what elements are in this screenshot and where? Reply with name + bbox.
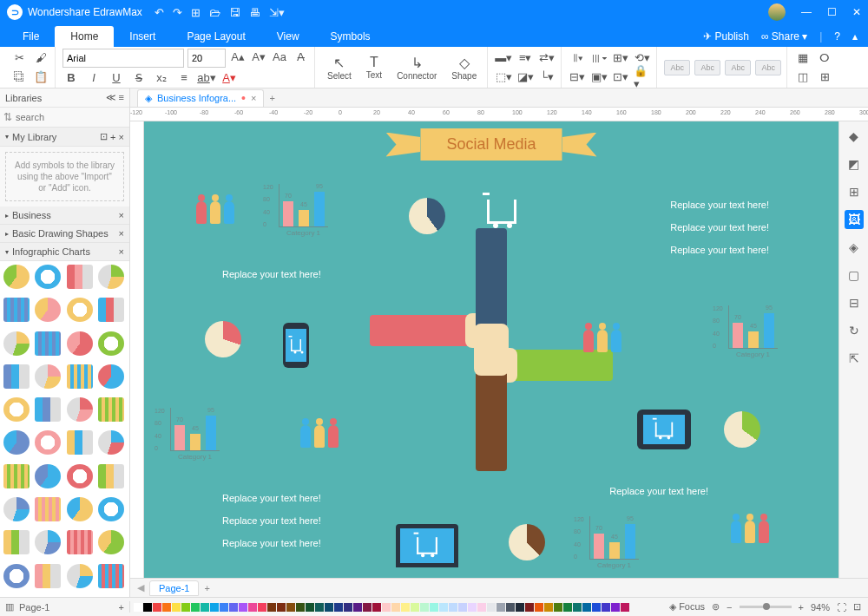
page-selector[interactable]: Page-1 (19, 602, 49, 613)
color-swatch[interactable] (621, 603, 629, 612)
symbol-thumbnail[interactable] (98, 265, 124, 289)
color-swatch[interactable] (468, 603, 477, 612)
color-swatch[interactable] (334, 603, 343, 612)
fill-icon[interactable]: ▬▾ (495, 49, 512, 67)
color-swatch[interactable] (306, 603, 314, 612)
find-icon[interactable]: ⵔ (816, 49, 833, 67)
user-avatar[interactable] (768, 3, 786, 21)
import-icon[interactable]: ⊡ (100, 131, 108, 142)
symbol-thumbnail[interactable] (98, 497, 124, 521)
increase-font-icon[interactable]: A▴ (229, 49, 247, 66)
bullets-icon[interactable]: ≡ (175, 69, 193, 87)
bar-chart[interactable]: 12080400704595Category 1 (728, 305, 778, 358)
fullscreen-icon[interactable]: ⊡ (853, 601, 861, 613)
color-swatch[interactable] (267, 603, 276, 612)
color-swatch[interactable] (325, 603, 333, 612)
symbol-thumbnail[interactable] (98, 564, 124, 588)
symbol-thumbnail[interactable] (3, 331, 30, 356)
layers-icon[interactable]: ◈ (845, 238, 864, 257)
placeholder-text[interactable]: Replace your text here! (670, 200, 769, 210)
color-swatch[interactable] (602, 603, 610, 612)
symbol-thumbnail[interactable] (67, 464, 93, 488)
highlight-icon[interactable]: ab▾ (198, 69, 215, 87)
add-icon[interactable]: + (110, 132, 115, 142)
symbol-thumbnail[interactable] (98, 397, 124, 422)
subscript-icon[interactable]: x₂ (153, 69, 170, 87)
copy-icon[interactable]: ⿻ (10, 69, 28, 86)
placeholder-text[interactable]: Replace your text here! (670, 222, 769, 233)
symbol-thumbnail[interactable] (35, 530, 61, 554)
menu-insert[interactable]: Insert (114, 26, 171, 47)
color-swatch[interactable] (391, 603, 400, 612)
symbol-thumbnail[interactable] (98, 464, 124, 488)
strikethrough-icon[interactable]: S̶ (130, 69, 148, 87)
color-swatch[interactable] (296, 603, 305, 612)
pie-chart[interactable] (724, 411, 760, 448)
section-business[interactable]: ▸Business× (0, 206, 129, 225)
collapse-ribbon-icon[interactable]: ▴ (852, 30, 858, 43)
properties-icon[interactable]: ⊟ (845, 293, 864, 312)
shadow-icon[interactable]: ◪▾ (516, 69, 534, 86)
maximize-button[interactable]: ☐ (827, 6, 837, 18)
fit-page-icon[interactable]: ⛶ (837, 602, 846, 613)
lock-icon[interactable]: 🔒▾ (634, 69, 651, 86)
laptop-device[interactable] (396, 524, 458, 567)
zoom-presets-icon[interactable]: ⊚ (712, 601, 720, 613)
menu-home[interactable]: Home (55, 26, 114, 47)
symbol-thumbnail[interactable] (3, 430, 30, 455)
placeholder-text[interactable]: Replace your text here! (670, 245, 769, 255)
symbol-thumbnail[interactable] (98, 430, 124, 455)
menu-page-layout[interactable]: Page Layout (171, 26, 260, 47)
symbol-thumbnail[interactable] (3, 298, 30, 322)
focus-button[interactable]: ◈ Focus (669, 601, 705, 613)
placeholder-text[interactable]: Replace your text here! (222, 269, 321, 279)
color-swatch[interactable] (458, 603, 467, 612)
collapse-icon[interactable]: ≪ (106, 92, 116, 102)
page-tab[interactable]: Page-1 (149, 580, 199, 596)
color-swatch[interactable] (592, 603, 601, 612)
help-icon[interactable]: ? (834, 30, 840, 43)
menu-view[interactable]: View (261, 26, 315, 47)
group-icon[interactable]: ⊟▾ (569, 69, 586, 86)
color-swatch[interactable] (496, 603, 505, 612)
symbol-thumbnail[interactable] (3, 397, 30, 422)
color-swatch[interactable] (573, 603, 582, 612)
change-case-icon[interactable]: Aa (271, 49, 288, 66)
font-color-icon[interactable]: A▾ (220, 69, 238, 87)
symbol-thumbnail[interactable] (35, 397, 61, 422)
symbol-thumbnail[interactable] (35, 564, 61, 588)
thumbnails-icon[interactable]: ▥ (5, 601, 14, 613)
color-swatch[interactable] (439, 603, 448, 612)
pie-chart[interactable] (509, 524, 545, 560)
symbol-thumbnail[interactable] (98, 364, 124, 389)
symbol-thumbnail[interactable] (67, 430, 93, 455)
center-icon[interactable]: ⊡▾ (612, 69, 629, 86)
color-swatch[interactable] (516, 603, 524, 612)
cut-icon[interactable]: ✂ (10, 49, 28, 67)
tablet-device[interactable] (637, 410, 691, 449)
page-setup-icon[interactable]: ▦ (794, 49, 812, 67)
arrow-style-icon[interactable]: ⇄▾ (538, 49, 556, 67)
pie-chart[interactable] (205, 321, 241, 357)
phone-device[interactable] (283, 323, 309, 368)
shape-tool[interactable]: ◇Shape (446, 53, 482, 82)
undo-icon[interactable]: ↶ (155, 6, 164, 19)
add-page-button[interactable]: + (204, 583, 209, 593)
symbol-thumbnail[interactable] (3, 464, 30, 488)
placeholder-text[interactable]: Replace your text here! (609, 486, 708, 496)
libraries-menu-icon[interactable]: ≡ (119, 92, 124, 102)
align-icon[interactable]: ⫴▾ (569, 49, 586, 67)
color-swatch[interactable] (248, 603, 257, 612)
section-my-library[interactable]: ▾My Library ⊡ + × (0, 128, 129, 147)
color-swatch[interactable] (162, 603, 171, 612)
title-banner[interactable]: Social Media (385, 128, 596, 161)
color-swatch[interactable] (191, 603, 200, 612)
symbol-thumbnail[interactable] (67, 497, 93, 521)
symbol-thumbnail[interactable] (98, 530, 124, 554)
section-basic-shapes[interactable]: ▸Basic Drawing Shapes× (0, 225, 129, 243)
color-swatch[interactable] (286, 603, 295, 612)
size-select[interactable] (187, 49, 226, 68)
placeholder-text[interactable]: Replace your text here! (222, 538, 321, 548)
symbol-thumbnail[interactable] (67, 530, 93, 554)
size-match-icon[interactable]: ⊞▾ (612, 49, 629, 67)
